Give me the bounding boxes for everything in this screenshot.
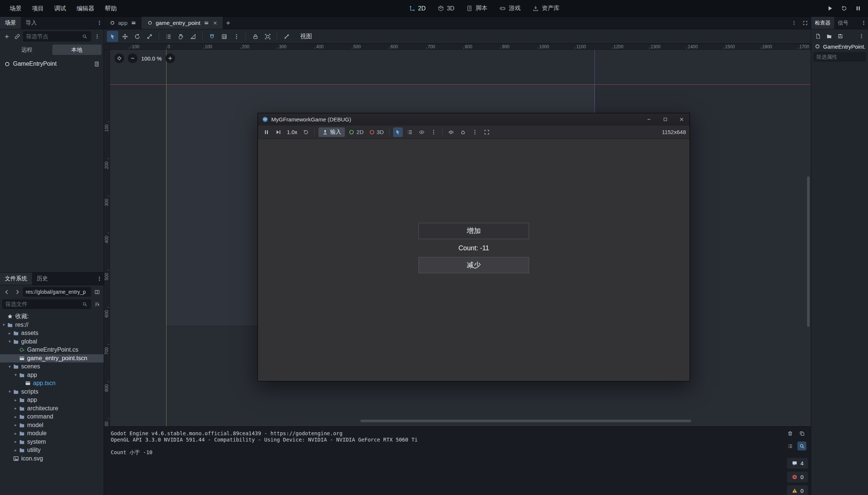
- workspace-tab-assetlib[interactable]: 资产库: [532, 4, 560, 12]
- select-options-button[interactable]: [429, 127, 438, 137]
- warnings-badge[interactable]: 0: [787, 485, 808, 495]
- group-selected-button[interactable]: [262, 31, 273, 42]
- visibility-button[interactable]: [417, 127, 427, 137]
- file-row[interactable]: app.tscn: [0, 379, 104, 388]
- center-view-button[interactable]: [114, 53, 124, 63]
- filter-files-input[interactable]: 筛选文件: [2, 299, 91, 309]
- scene-tab-app[interactable]: app: [104, 17, 142, 29]
- expand-editor-button[interactable]: [800, 17, 811, 29]
- speed-button[interactable]: 1.0x: [285, 127, 299, 137]
- menu-item[interactable]: 调试: [49, 0, 71, 17]
- file-row[interactable]: ▸ utility: [0, 446, 104, 455]
- messages-badge[interactable]: 4: [787, 458, 808, 469]
- new-resource-button[interactable]: [813, 32, 822, 40]
- output-search-button[interactable]: [797, 442, 806, 450]
- expand-chevron-icon[interactable]: ▾: [7, 339, 13, 344]
- view-menu-button[interactable]: 视图: [296, 31, 317, 42]
- rotate-tool[interactable]: [132, 31, 143, 42]
- scene-dock-menu-button[interactable]: [95, 19, 104, 27]
- tab-import[interactable]: 导入: [21, 17, 42, 29]
- expand-chevron-icon[interactable]: ▾: [13, 372, 19, 377]
- expand-chevron-icon[interactable]: ▸: [13, 398, 19, 403]
- scale-tool[interactable]: [144, 31, 155, 42]
- add-node-button[interactable]: [2, 32, 11, 41]
- separator[interactable]: [442, 129, 443, 136]
- file-row[interactable]: 收藏:: [0, 312, 104, 321]
- game-select-tool[interactable]: [393, 127, 403, 137]
- increase-button[interactable]: 增加: [418, 223, 529, 239]
- maximize-button[interactable]: [657, 113, 673, 126]
- file-row[interactable]: ▾ global: [0, 338, 104, 346]
- play-button[interactable]: [824, 3, 835, 14]
- more-options-button[interactable]: [470, 127, 480, 137]
- canvas-vertical-scrollbar[interactable]: [807, 176, 810, 327]
- workspace-tab-script[interactable]: 脚本: [466, 4, 488, 12]
- filter-nodes-input[interactable]: 筛选节点: [23, 31, 91, 42]
- lock-selected-button[interactable]: [250, 31, 261, 42]
- filter-properties-input[interactable]: 筛选属性: [813, 52, 866, 62]
- inspector-more-button[interactable]: [857, 32, 866, 40]
- expand-chevron-icon[interactable]: ▸: [13, 439, 19, 444]
- camera-2d-button[interactable]: 2D: [347, 127, 365, 137]
- pan-tool[interactable]: [175, 31, 186, 42]
- tab-filesystem[interactable]: 文件系统: [0, 273, 32, 285]
- canvas-viewport[interactable]: -100010020030040050060070080090010001100…: [104, 44, 811, 426]
- file-row[interactable]: ▾ res://: [0, 321, 104, 329]
- file-row[interactable]: game_entry_point.tscn: [0, 354, 104, 363]
- zoom-level[interactable]: 100.0 %: [141, 55, 162, 62]
- filesystem-dock-menu-button[interactable]: [95, 274, 104, 283]
- copy-output-button[interactable]: [797, 429, 806, 438]
- separator[interactable]: [246, 33, 246, 40]
- path-field[interactable]: res://global/game_entry_p: [23, 287, 91, 297]
- inspector-dock-menu-button[interactable]: [859, 19, 868, 27]
- sort-files-button[interactable]: [93, 300, 101, 309]
- separator[interactable]: [202, 33, 203, 40]
- move-tool[interactable]: [119, 31, 130, 42]
- separator[interactable]: [159, 33, 159, 40]
- smart-snap-toggle[interactable]: [206, 31, 217, 42]
- grid-snap-toggle[interactable]: [218, 31, 230, 42]
- separator[interactable]: [277, 33, 277, 40]
- expand-chevron-icon[interactable]: ▸: [13, 414, 19, 419]
- scene-tabs-menu-button[interactable]: [788, 17, 800, 29]
- file-row[interactable]: icon.svg: [0, 455, 104, 463]
- file-row[interactable]: ▸ assets: [0, 329, 104, 338]
- menu-item[interactable]: 项目: [27, 0, 49, 17]
- expand-chevron-icon[interactable]: ▸: [13, 423, 19, 427]
- scene-node-gameentrypoint[interactable]: GameEntryPoint: [0, 59, 104, 69]
- expand-chevron-icon[interactable]: ▸: [13, 448, 19, 453]
- split-view-button[interactable]: [93, 287, 101, 296]
- nav-forward-button[interactable]: [13, 287, 22, 296]
- file-row[interactable]: ▾ scripts: [0, 388, 104, 396]
- audio-button[interactable]: [446, 127, 456, 137]
- expand-chevron-icon[interactable]: ▾: [7, 364, 13, 369]
- decrease-button[interactable]: 减少: [418, 257, 529, 273]
- menu-item[interactable]: 场景: [4, 0, 27, 17]
- file-row[interactable]: ▸ command: [0, 413, 104, 421]
- scene-tree-menu-button[interactable]: [93, 32, 101, 41]
- minimize-button[interactable]: [641, 113, 657, 126]
- local-button[interactable]: 本地: [52, 45, 102, 55]
- debug-button[interactable]: [458, 127, 468, 137]
- workspace-tab-game[interactable]: 游戏: [499, 4, 521, 12]
- tab-inspector[interactable]: 检查器: [811, 17, 834, 29]
- tab-history[interactable]: 历史: [32, 273, 53, 285]
- input-toggle[interactable]: 输入: [318, 127, 345, 137]
- select-tool[interactable]: [107, 31, 118, 42]
- suspend-button[interactable]: [262, 127, 271, 137]
- workspace-tab-3d[interactable]: 3D: [437, 5, 454, 12]
- file-row[interactable]: GameEntryPoint.cs: [0, 346, 104, 354]
- expand-chevron-icon[interactable]: ▸: [13, 406, 19, 411]
- errors-badge[interactable]: 0: [787, 472, 808, 482]
- node-list-button[interactable]: [405, 127, 415, 137]
- menu-item[interactable]: 编辑器: [71, 0, 100, 17]
- file-row[interactable]: ▸ app: [0, 396, 104, 404]
- expand-chevron-icon[interactable]: ▾: [1, 322, 7, 327]
- pause-button[interactable]: [852, 3, 864, 14]
- ruler-tool[interactable]: [187, 31, 198, 42]
- file-row[interactable]: ▸ system: [0, 438, 104, 446]
- snap-options-button[interactable]: [231, 31, 242, 42]
- file-row[interactable]: ▸ module: [0, 429, 104, 438]
- reset-button[interactable]: [301, 127, 311, 137]
- expand-chevron-icon[interactable]: ▸: [7, 331, 13, 336]
